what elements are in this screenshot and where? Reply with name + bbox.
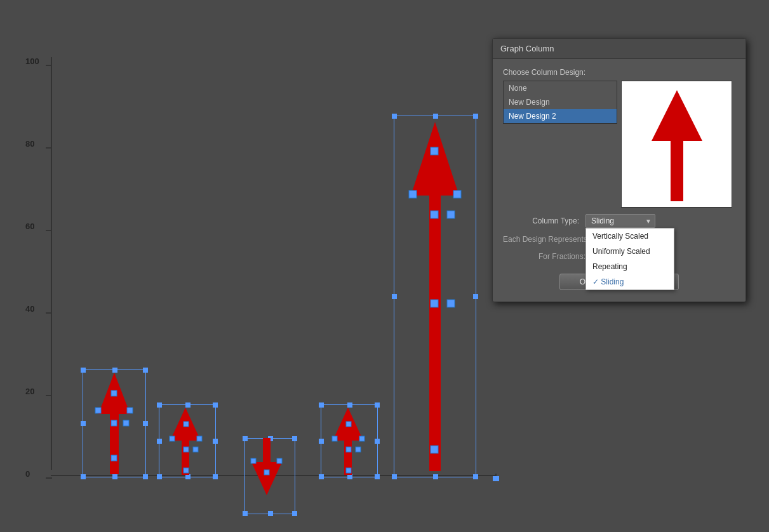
bar2-arrow xyxy=(166,408,208,477)
svg-rect-39 xyxy=(671,138,683,201)
tick-100 xyxy=(46,65,52,66)
svg-rect-32 xyxy=(453,190,461,198)
y-label-80: 80 xyxy=(25,139,34,149)
svg-rect-36 xyxy=(431,300,438,307)
handle xyxy=(292,511,297,516)
svg-rect-29 xyxy=(429,192,441,471)
y-label-100: 100 xyxy=(25,57,39,66)
handle xyxy=(213,474,218,479)
each-design-label: Each Design Represents: xyxy=(503,235,596,244)
svg-rect-20 xyxy=(251,458,256,463)
tick-20 xyxy=(46,395,52,396)
design-preview-row: None New Design New Design 2 xyxy=(503,81,735,208)
handle xyxy=(392,114,397,119)
handle xyxy=(473,294,478,299)
dropdown-item-sliding[interactable]: Sliding xyxy=(586,274,674,289)
svg-rect-11 xyxy=(197,436,202,441)
design-preview xyxy=(621,81,732,208)
dialog-body: Choose Column Design: None New Design Ne… xyxy=(493,59,746,302)
svg-rect-31 xyxy=(431,147,438,155)
handle xyxy=(143,368,148,373)
y-label-20: 20 xyxy=(25,387,34,396)
column-type-dropdown[interactable]: Sliding ▼ Vertically Scaled Uniformly Sc… xyxy=(585,214,655,228)
design-new-design[interactable]: New Design xyxy=(504,95,617,109)
svg-rect-16 xyxy=(263,438,271,463)
tick-0 xyxy=(46,477,52,479)
y-axis xyxy=(51,57,52,470)
svg-marker-40 xyxy=(652,90,702,141)
handle xyxy=(213,439,218,444)
svg-rect-4 xyxy=(95,408,101,413)
svg-rect-10 xyxy=(184,422,189,427)
handle xyxy=(81,368,86,373)
handle xyxy=(392,474,397,479)
handle xyxy=(157,474,162,479)
column-type-row: Column Type: Sliding ▼ Vertically Scaled… xyxy=(503,214,735,228)
dialog-title: Graph Column xyxy=(500,44,554,53)
dropdown-arrow-icon: ▼ xyxy=(645,218,652,225)
handle xyxy=(319,439,324,444)
handle xyxy=(143,421,148,426)
handle xyxy=(433,114,438,119)
handle xyxy=(112,368,117,373)
svg-rect-7 xyxy=(111,455,117,461)
preview-arrow-svg xyxy=(645,87,709,201)
svg-rect-19 xyxy=(277,458,282,463)
design-new-design-2[interactable]: New Design 2 xyxy=(504,109,617,123)
dropdown-item-uniformly-scaled[interactable]: Uniformly Scaled xyxy=(586,244,674,259)
svg-rect-18 xyxy=(264,470,269,475)
svg-rect-13 xyxy=(184,447,189,452)
handle xyxy=(392,294,397,299)
tick-80 xyxy=(46,147,52,149)
dropdown-menu: Vertically Scaled Uniformly Scaled Repea… xyxy=(585,228,674,290)
svg-rect-37 xyxy=(447,300,455,307)
handle xyxy=(375,474,380,479)
tick-40 xyxy=(46,312,52,314)
bar3-arrow xyxy=(248,438,289,495)
bar5-arrow xyxy=(405,122,465,477)
svg-marker-17 xyxy=(251,462,282,495)
svg-rect-35 xyxy=(447,211,455,218)
handle xyxy=(268,511,273,516)
handle xyxy=(81,421,86,426)
handle xyxy=(185,402,191,408)
svg-rect-25 xyxy=(332,436,337,441)
bar4-arrow xyxy=(329,408,370,477)
handle xyxy=(473,114,478,119)
handle xyxy=(243,436,248,441)
dropdown-item-repeating[interactable]: Repeating xyxy=(586,259,674,274)
design-none[interactable]: None xyxy=(504,81,617,95)
x-end-handle xyxy=(493,476,499,481)
svg-rect-15 xyxy=(184,468,189,473)
handle xyxy=(319,402,324,408)
svg-rect-6 xyxy=(123,420,129,426)
handle xyxy=(347,402,352,408)
column-type-label: Column Type: xyxy=(503,216,585,225)
handle xyxy=(473,474,478,479)
dialog-title-bar: Graph Column xyxy=(493,39,746,59)
handle xyxy=(157,439,162,444)
dropdown-item-vertically-scaled[interactable]: Vertically Scaled xyxy=(586,229,674,244)
svg-rect-5 xyxy=(111,420,117,426)
handle xyxy=(243,511,248,516)
svg-rect-14 xyxy=(193,447,198,452)
choose-design-label: Choose Column Design: xyxy=(503,68,735,77)
handle xyxy=(292,436,297,441)
y-label-60: 60 xyxy=(25,222,34,231)
tick-60 xyxy=(46,230,52,231)
design-list: None New Design New Design 2 xyxy=(503,81,617,124)
for-fractions-label: For Fractions: xyxy=(503,252,592,261)
handle xyxy=(375,402,380,408)
svg-rect-26 xyxy=(346,447,351,452)
svg-rect-3 xyxy=(127,408,133,413)
svg-rect-34 xyxy=(431,211,438,218)
y-label-0: 0 xyxy=(25,469,30,479)
handle xyxy=(143,474,148,479)
bar1-arrow xyxy=(92,373,137,477)
dropdown-button[interactable]: Sliding ▼ xyxy=(585,214,655,228)
chart-container: 0 20 40 60 80 100 xyxy=(25,51,521,508)
handle xyxy=(157,402,162,408)
svg-rect-33 xyxy=(409,190,417,198)
svg-rect-12 xyxy=(170,436,175,441)
handle xyxy=(81,474,86,479)
